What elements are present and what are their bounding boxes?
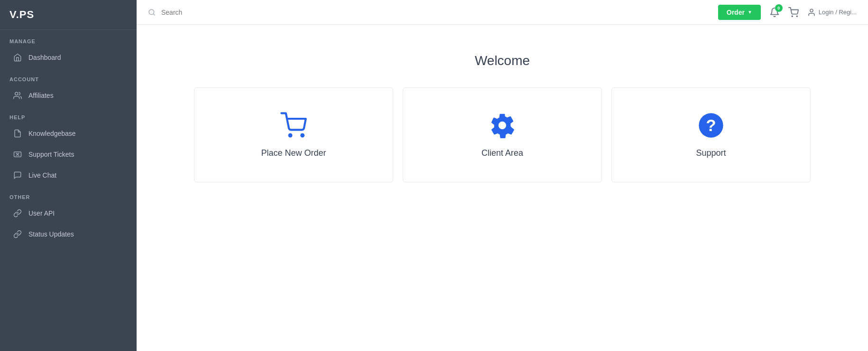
place-new-order-card[interactable]: Place New Order: [194, 87, 393, 182]
cart-button[interactable]: [788, 7, 799, 18]
home-icon: [12, 52, 23, 63]
support-label: Support: [696, 148, 726, 158]
svg-line-3: [153, 14, 155, 15]
svg-point-5: [796, 16, 797, 17]
sidebar-item-knowledgebase[interactable]: Knowledgebase: [3, 123, 134, 143]
sidebar-item-live-chat[interactable]: Live Chat: [3, 165, 134, 185]
chat-icon: [12, 170, 23, 180]
place-new-order-label: Place New Order: [261, 148, 326, 158]
chevron-down-icon: ▼: [748, 9, 752, 15]
section-help: HELP: [0, 106, 137, 123]
section-other: OTHER: [0, 186, 137, 203]
gear-large-icon: [489, 112, 516, 139]
svg-point-7: [289, 134, 292, 136]
svg-text:?: ?: [706, 115, 716, 134]
people-icon: [12, 90, 23, 101]
topbar: Order ▼ 0 L: [137, 0, 868, 25]
topbar-right: Order ▼ 0 L: [718, 5, 857, 20]
sidebar: V.PS MANAGE Dashboard ACCOUNT Affiliates…: [0, 0, 137, 351]
cards-row: Place New Order Client Area ?: [137, 87, 868, 182]
support-card[interactable]: ? Support: [611, 87, 811, 182]
sidebar-item-label: User API: [28, 209, 55, 217]
sidebar-item-label: Status Updates: [28, 230, 74, 238]
logo: V.PS: [0, 0, 137, 30]
sidebar-item-label: Support Tickets: [28, 151, 74, 158]
sidebar-item-dashboard[interactable]: Dashboard: [3, 47, 134, 67]
sidebar-item-label: Dashboard: [28, 54, 61, 61]
link2-icon: [12, 229, 23, 239]
client-area-label: Client Area: [481, 148, 523, 158]
sidebar-item-support-tickets[interactable]: Support Tickets: [3, 144, 134, 164]
sidebar-item-label: Live Chat: [28, 171, 56, 179]
sidebar-item-user-api[interactable]: User API: [3, 203, 134, 223]
question-large-icon: ?: [698, 112, 724, 139]
svg-point-8: [301, 134, 304, 136]
login-label: Login / Regi...: [819, 9, 857, 16]
svg-point-6: [810, 9, 813, 12]
ticket-icon: [12, 149, 23, 160]
link-icon: [12, 208, 23, 218]
client-area-card[interactable]: Client Area: [403, 87, 602, 182]
login-button[interactable]: Login / Regi...: [807, 8, 857, 17]
notification-badge: 0: [775, 4, 783, 12]
section-manage: MANAGE: [0, 30, 137, 47]
content-area: Welcome Place New Order: [137, 25, 868, 351]
sidebar-item-label: Knowledgebase: [28, 130, 76, 137]
main-area: Order ▼ 0 L: [137, 0, 868, 351]
svg-point-0: [15, 92, 18, 95]
welcome-title: Welcome: [137, 53, 868, 68]
section-account: ACCOUNT: [0, 68, 137, 85]
sidebar-item-status-updates[interactable]: Status Updates: [3, 224, 134, 244]
file-icon: [12, 128, 23, 139]
search-input[interactable]: [161, 9, 712, 16]
notifications-button[interactable]: 0: [769, 7, 780, 18]
sidebar-item-label: Affiliates: [28, 92, 54, 99]
cart-large-icon: [280, 112, 307, 139]
sidebar-item-affiliates[interactable]: Affiliates: [3, 85, 134, 105]
search-icon: [148, 9, 156, 16]
svg-point-4: [792, 16, 793, 17]
order-button[interactable]: Order ▼: [718, 5, 761, 20]
